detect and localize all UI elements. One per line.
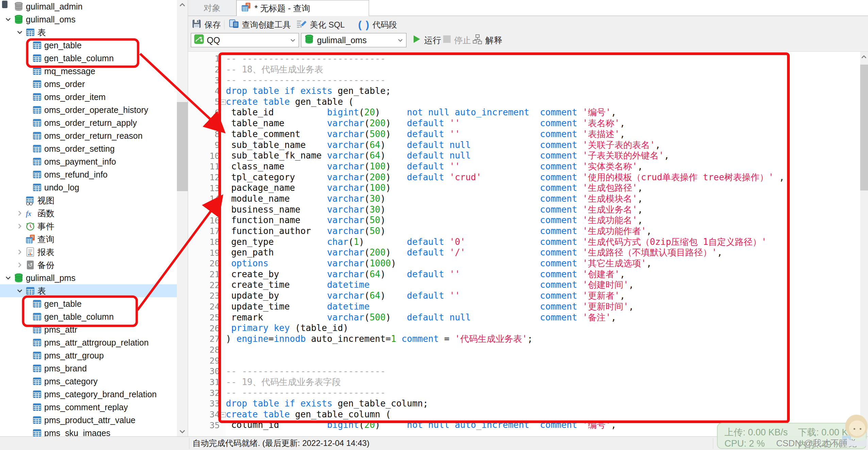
tree-item-报表[interactable]: 报表 [0,246,177,259]
tree-item-pms_attr_attrgroup_relation[interactable]: pms_attr_attrgroup_relation [0,336,177,349]
line-number: 30 [188,366,220,376]
tree-item-事件[interactable]: 事件 [0,220,177,233]
chevron-right-icon[interactable] [16,223,25,230]
code-line-9: 9 sub_table_name varchar(64) default nul… [188,140,861,151]
scroll-up-icon[interactable] [861,54,868,61]
code-text: table_id bigint(20) not null auto_increm… [226,107,616,118]
sidebar-scroll-thumb[interactable] [177,102,188,191]
tree-item-查询[interactable]: 查询 [0,233,177,246]
tree-item-oms_order_item[interactable]: oms_order_item [0,90,177,103]
tree-item-gulimall_pms[interactable]: gulimall_pms [0,271,177,284]
tab-query-active[interactable]: * 无标题 - 查询 [236,0,369,16]
chevron-right-icon[interactable] [16,210,25,217]
sidebar-scrollbar[interactable] [177,0,188,436]
sql-editor[interactable]: 1-- ---------------------------2-- 18、代码… [188,52,861,436]
db-gray-icon [14,1,26,12]
tab-objects[interactable]: 对象 [188,0,236,16]
tree-item-oms_order[interactable]: oms_order [0,78,177,90]
tree-item-gen_table_column[interactable]: gen_table_column [0,310,177,323]
explain-button[interactable]: 解释 [472,33,502,47]
mysql-connection-icon [194,34,204,46]
tree-item-oms_order_return_apply[interactable]: oms_order_return_apply [0,116,177,129]
code-line-18: 18 gen_type char(1) default '0' comment … [188,237,861,248]
editor-scroll-thumb[interactable] [860,65,868,190]
tree-item-pms_brand[interactable]: pms_brand [0,362,177,375]
code-snippet-button[interactable]: ( ) 代码段 [358,18,397,32]
line-number: 21 [188,269,220,279]
tree-item-pms_product_attr_value[interactable]: pms_product_attr_value [0,414,177,427]
tree-item-gen_table[interactable]: gen_table [0,39,177,52]
table-icon [32,312,44,322]
code-line-23: 23 update_by varchar(64) default '' comm… [188,290,861,301]
tree-item-函数[interactable]: fx函数 [0,207,177,220]
code-line-21: 21 create_by varchar(64) default '' comm… [188,269,861,280]
tree-item-pms_sku_images[interactable]: pms_sku_images [0,427,177,436]
tree-item-备份[interactable]: ↺备份 [0,259,177,271]
tree-item-gen_table_column[interactable]: gen_table_column [0,52,177,65]
code-line-2: 2-- 18、代码生成业务表 [188,64,861,75]
tree-item-pms_category_brand_relation[interactable]: pms_category_brand_relation [0,388,177,401]
code-text: function_author varchar(50) comment '生成功… [226,226,652,237]
tree-item-表[interactable]: 表 [0,26,177,39]
code-text: -- --------------------------- [226,53,386,64]
tree-item-pms_comment_replay[interactable]: pms_comment_replay [0,401,177,414]
table-icon [32,40,44,50]
tree-item-视图[interactable]: 视图 [0,194,177,207]
database-value: gulimall_oms [317,35,367,45]
code-text: options varchar(1000) comment '其它生成选项', [226,258,652,269]
save-button[interactable]: 保存 [191,18,221,32]
tree-item-gulimall_admin[interactable]: gulimall_admin [0,0,177,13]
code-text: remark varchar(500) default null comment… [226,312,616,323]
tree-item-pms_attr_group[interactable]: pms_attr_group [0,349,177,362]
tree-item-label: mq_message [44,66,95,76]
line-number: 17 [188,226,220,236]
tree-item-mq_message[interactable]: mq_message [0,65,177,78]
query-builder-button[interactable]: 查询创建工具 [229,18,291,32]
tree-item-label: oms_order_return_reason [44,131,143,141]
chevron-down-icon[interactable] [5,274,14,281]
tree-item-pms_category[interactable]: pms_category [0,375,177,388]
chevron-down-icon[interactable] [16,287,25,294]
editor-scrollbar[interactable] [860,52,868,436]
code-text: gen_type char(1) default '0' comment '生成… [226,237,767,248]
line-number: 19 [188,248,220,258]
line-number: 12 [188,172,220,182]
tree-item-gen_table[interactable]: gen_table [0,297,177,310]
tree-item-oms_order_operate_history[interactable]: oms_order_operate_history [0,103,177,116]
fx-icon: fx [25,208,37,218]
table-icon [32,389,44,399]
tree-item-gulimall_oms[interactable]: gulimall_oms [0,13,177,26]
beautify-sql-button[interactable]: 美化 SQL [296,18,345,32]
code-text: gen_path varchar(200) default '/' commen… [226,247,722,258]
tables-icon [25,27,37,37]
chevron-right-icon[interactable] [16,249,25,255]
stop-button[interactable]: 停止 [443,33,471,47]
tree-item-label: oms_order_return_apply [44,118,137,128]
chevron-right-icon[interactable] [16,262,25,268]
tree-item-pms_attr[interactable]: pms_attr [0,323,177,336]
connection-value: QQ [207,35,220,45]
chevron-down-icon[interactable] [16,29,25,36]
code-line-26: 26 primary key (table_id) [188,323,861,334]
tree-item-label: oms_order [44,79,85,89]
tree-item-undo_log[interactable]: undo_log [0,181,177,194]
scroll-down-icon[interactable] [179,428,186,435]
tree-item-oms_order_return_reason[interactable]: oms_order_return_reason [0,129,177,142]
tree-item-label: 备份 [37,260,54,271]
line-number: 10 [188,151,220,161]
tree-item-表[interactable]: 表 [0,284,177,297]
chevron-down-icon[interactable] [5,16,14,23]
tree-item-oms_refund_info[interactable]: oms_refund_info [0,168,177,181]
db-green-icon [14,273,26,283]
table-icon [32,415,44,425]
code-line-32: 32-- --------------------------- [188,387,861,398]
save-label: 保存 [204,19,221,30]
tree-item-label: undo_log [44,183,79,193]
database-select[interactable]: gulimall_oms [301,33,406,47]
tree-item-oms_payment_info[interactable]: oms_payment_info [0,155,177,168]
scroll-up-icon[interactable] [179,1,186,9]
connection-select[interactable]: QQ [191,33,299,47]
line-number: 2 [188,65,220,74]
code-line-13: 13 package_name varchar(100) comment '生成… [188,183,861,194]
tree-item-oms_order_setting[interactable]: oms_order_setting [0,142,177,155]
